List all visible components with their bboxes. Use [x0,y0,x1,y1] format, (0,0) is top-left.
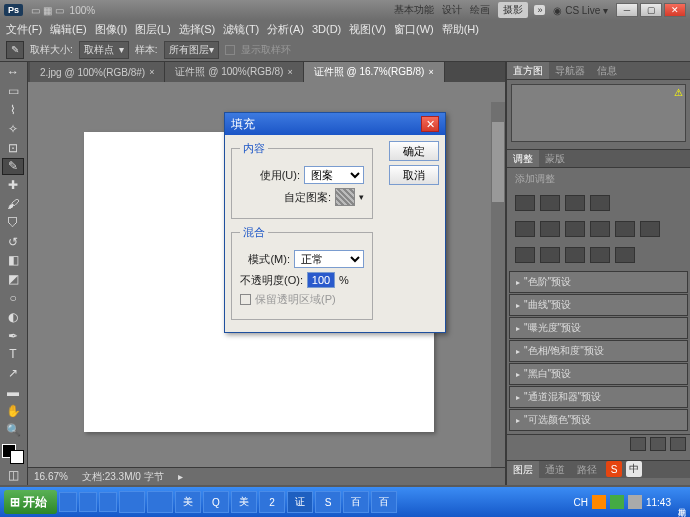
close-icon[interactable]: × [287,67,292,77]
tool-brush[interactable]: 🖌 [2,196,24,213]
tool-stamp[interactable]: ⛉ [2,214,24,231]
panel-tab-navigator[interactable]: 导航器 [549,62,591,79]
tool-lasso[interactable]: ⌇ [2,102,24,119]
tray-time[interactable]: 11:43 [646,497,671,508]
panel-tab-info[interactable]: 信息 [591,62,623,79]
tool-move[interactable]: ↔ [2,64,24,81]
ok-button[interactable]: 确定 [389,141,439,161]
quicklaunch-icon[interactable] [99,492,117,512]
workspace-more-icon[interactable]: » [534,5,545,15]
tool-marquee[interactable]: ▭ [2,83,24,100]
adj-exposure-icon[interactable] [590,195,610,211]
menu-select[interactable]: 选择(S) [179,22,216,37]
tool-path[interactable]: ↗ [2,365,24,382]
tool-zoom[interactable]: 🔍 [2,421,24,438]
status-arrow-icon[interactable]: ▸ [178,471,183,482]
adj-selectivecolor-icon[interactable] [615,247,635,263]
window-max-button[interactable]: ▢ [640,3,662,17]
menu-3d[interactable]: 3D(D) [312,23,341,35]
taskbar-item[interactable]: 百 [343,491,369,513]
opacity-input[interactable] [307,272,335,288]
adj-invert-icon[interactable] [515,247,535,263]
panel-tab-paths[interactable]: 路径 [571,461,603,478]
sample-size-dropdown[interactable]: 取样点 [79,41,129,59]
workspace-tab-basic[interactable]: 基本功能 [394,3,434,17]
menu-filter[interactable]: 滤镜(T) [223,22,259,37]
close-icon[interactable]: × [428,67,433,77]
dialog-close-button[interactable]: ✕ [421,116,439,132]
titlebar-zoom[interactable]: 100% [70,5,96,16]
adj-curves-icon[interactable] [565,195,585,211]
preset-row[interactable]: "色阶"预设 [509,271,688,293]
tool-blur[interactable]: ○ [2,290,24,307]
panel-tab-layers[interactable]: 图层 [507,461,539,478]
panel-tab-adjustments[interactable]: 调整 [507,150,539,167]
tool-dodge[interactable]: ◐ [2,308,24,325]
adj-bw-icon[interactable] [590,221,610,237]
menu-edit[interactable]: 编辑(E) [50,22,87,37]
tool-eyedropper[interactable]: ✎ [2,158,24,175]
adj-threshold-icon[interactable] [565,247,585,263]
tool-crop[interactable]: ⊡ [2,139,24,156]
tool-shape[interactable]: ▬ [2,384,24,401]
menu-view[interactable]: 视图(V) [349,22,386,37]
adj-hue-icon[interactable] [540,221,560,237]
adj-posterize-icon[interactable] [540,247,560,263]
vertical-scrollbar[interactable] [491,102,505,467]
preset-row[interactable]: "曝光度"预设 [509,317,688,339]
panel-tab-masks[interactable]: 蒙版 [539,150,571,167]
window-min-button[interactable]: ─ [616,3,638,17]
taskbar-item[interactable]: 美 [231,491,257,513]
tray-icon[interactable] [592,495,606,509]
document-tab-2[interactable]: 证件照 @ 16.7%(RGB/8)× [304,62,445,82]
tool-hand[interactable]: ✋ [2,402,24,419]
cancel-button[interactable]: 取消 [389,165,439,185]
preset-row[interactable]: "通道混和器"预设 [509,386,688,408]
status-doc-info[interactable]: 文档:23.3M/0 字节 [82,470,164,484]
menu-layer[interactable]: 图层(L) [135,22,170,37]
workspace-tab-design[interactable]: 设计 [442,3,462,17]
background-swatch[interactable] [10,450,24,464]
workspace-tab-paint[interactable]: 绘画 [470,3,490,17]
quicklaunch-icon[interactable] [79,492,97,512]
taskbar-item[interactable] [147,491,173,513]
preserve-transparency-checkbox[interactable] [240,294,251,305]
document-tab-0[interactable]: 2.jpg @ 100%(RGB/8#)× [30,62,165,82]
start-button[interactable]: ⊞开始 [4,490,57,514]
adj-channelmixer-icon[interactable] [640,221,660,237]
panel-new-icon[interactable] [650,437,666,451]
adj-vibrance-icon[interactable] [515,221,535,237]
taskbar-item[interactable]: 证 [287,491,313,513]
quicklaunch-icon[interactable] [59,492,77,512]
adj-brightness-icon[interactable] [515,195,535,211]
ime-lang-icon[interactable]: 中 [626,461,642,477]
use-dropdown[interactable]: 图案 [304,166,364,184]
tool-heal[interactable]: ✚ [2,177,24,194]
quickmask-toggle[interactable]: ◫ [2,466,24,483]
panel-tab-channels[interactable]: 通道 [539,461,571,478]
show-ring-checkbox[interactable] [225,45,235,55]
tool-gradient[interactable]: ◩ [2,271,24,288]
adj-gradientmap-icon[interactable] [590,247,610,263]
taskbar-item[interactable]: Q [203,491,229,513]
tray-icon[interactable] [628,495,642,509]
taskbar-item[interactable]: S [315,491,341,513]
adj-levels-icon[interactable] [540,195,560,211]
taskbar-item[interactable] [119,491,145,513]
tray-lang[interactable]: CH [574,497,588,508]
menu-help[interactable]: 帮助(H) [442,22,479,37]
cs-live-button[interactable]: ◉ CS Live ▾ [553,5,608,16]
dialog-titlebar[interactable]: 填充 ✕ [225,113,445,135]
tool-wand[interactable]: ✧ [2,120,24,137]
panel-trash-icon[interactable] [670,437,686,451]
taskbar-item[interactable]: 美 [175,491,201,513]
adj-photofilter-icon[interactable] [615,221,635,237]
mode-dropdown[interactable]: 正常 [294,250,364,268]
preset-row[interactable]: "可选颜色"预设 [509,409,688,431]
chevron-down-icon[interactable]: ▾ [359,192,364,202]
panel-clip-icon[interactable] [630,437,646,451]
sogou-icon[interactable]: S [606,461,622,477]
close-icon[interactable]: × [149,67,154,77]
tool-type[interactable]: T [2,346,24,363]
preset-row[interactable]: "色相/饱和度"预设 [509,340,688,362]
